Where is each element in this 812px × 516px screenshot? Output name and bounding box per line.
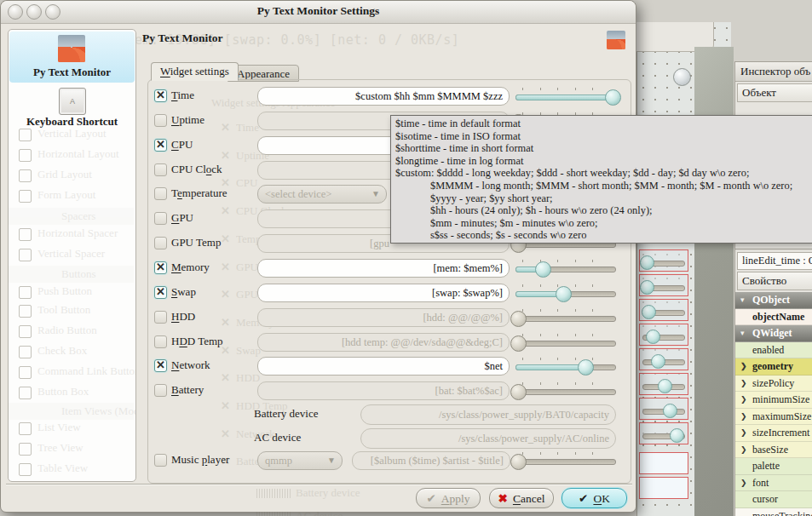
checkbox-network[interactable] — [154, 359, 167, 372]
network-input[interactable]: $net — [257, 357, 510, 376]
hdd-temp-input[interactable]: [hdd temp: @@/dev/sda@@&deg;C] — [257, 333, 510, 352]
background-slider-box — [639, 324, 688, 346]
checkbox-temperature[interactable] — [154, 187, 167, 200]
sidebar-item-py-text-monitor[interactable]: Py Text Monitor — [9, 66, 135, 79]
music-player-combo[interactable]: qmmp▼ — [257, 451, 343, 470]
ghost-widget-label: Table View — [37, 462, 88, 475]
checkbox-hdd-temp[interactable] — [154, 335, 167, 348]
property-row-enabled[interactable]: enabled — [735, 342, 812, 359]
property-row-mouseTracking[interactable]: mouseTracking — [735, 508, 812, 516]
ghost-widget-icon — [19, 443, 32, 456]
time-input[interactable]: $custom $hh $mm $MMMM $zzz — [257, 87, 510, 106]
slider-groove[interactable] — [515, 389, 616, 395]
combo-temperature[interactable]: <select device>▼ — [257, 185, 387, 204]
slider-groove[interactable] — [515, 291, 616, 297]
chevron-right-icon[interactable]: ❯ — [740, 409, 747, 426]
label-network: Network — [171, 358, 210, 372]
property-row-cursor[interactable]: cursor — [735, 491, 812, 508]
ghost-widget-label: Tree View — [37, 441, 84, 455]
cancel-button[interactable]: ✖Cancel — [489, 488, 554, 508]
chevron-right-icon[interactable]: ❯ — [740, 442, 747, 459]
music-player-input[interactable]: [$album ($time) $artist - $title] — [352, 451, 510, 470]
time-interval-slider[interactable] — [515, 87, 616, 107]
ghost-widget-label: Horizontal Layout — [37, 147, 119, 161]
settings-dialog: Py Text Monitor Settings [cpu: 19.1%] [m… — [0, 0, 636, 513]
hdd-interval-slider[interactable] — [515, 308, 616, 329]
memory-input[interactable]: [mem: $mem%] — [257, 259, 510, 278]
slider-knob[interactable] — [578, 359, 594, 376]
slider-fill — [515, 364, 586, 370]
object-column-header[interactable]: Объект — [737, 83, 812, 102]
chevron-right-icon[interactable]: ❯ — [740, 475, 747, 492]
slider-knob[interactable] — [605, 89, 621, 106]
key-icon: A — [59, 88, 86, 115]
checkbox-music-player[interactable] — [154, 454, 167, 467]
background-slider-box — [639, 373, 688, 395]
property-row-sizePolicy[interactable]: ❯sizePolicy — [735, 376, 812, 393]
chevron-right-icon[interactable]: ❯ — [740, 376, 747, 393]
checkbox-cpu[interactable] — [154, 139, 167, 152]
chevron-down-icon[interactable]: ▾ — [740, 325, 745, 342]
chevron-down-icon[interactable]: ▾ — [740, 292, 745, 309]
slider-knob[interactable] — [535, 261, 551, 278]
swap-input[interactable]: [swap: $swap%] — [257, 284, 510, 302]
property-column-header[interactable]: Свойство — [737, 272, 812, 290]
property-row-palette[interactable]: palette — [735, 458, 812, 475]
checkbox-cpu-clock[interactable] — [154, 163, 167, 176]
property-row-font[interactable]: ❯font — [735, 475, 812, 492]
property-row-minimumSize[interactable]: ❯minimumSize — [735, 392, 812, 409]
checkbox-gpu-temp[interactable] — [154, 237, 167, 249]
music-player-interval-slider[interactable] — [515, 451, 616, 472]
checkbox-uptime[interactable] — [154, 114, 167, 127]
ac-device-input[interactable]: /sys/class/power_supply/AC/online — [360, 428, 616, 449]
slider-groove[interactable] — [515, 316, 616, 322]
tab-widget-settings[interactable]: Widget settings — [151, 62, 239, 81]
slider-groove[interactable] — [515, 267, 616, 272]
apply-button[interactable]: ✔Apply — [416, 488, 481, 508]
tooltip-line: $custom: $dddd - long weekday; $ddd - sh… — [395, 167, 812, 180]
battery-interval-slider[interactable] — [515, 381, 616, 402]
chevron-right-icon[interactable]: ❯ — [740, 358, 747, 376]
slider-groove[interactable] — [515, 341, 616, 347]
property-row-baseSize[interactable]: ❯baseSize — [735, 442, 812, 459]
network-interval-slider[interactable] — [515, 357, 616, 377]
chevron-right-icon[interactable]: ❯ — [740, 425, 747, 442]
slider-groove[interactable] — [515, 95, 616, 100]
chevron-right-icon[interactable]: ❯ — [740, 392, 747, 409]
slider-groove[interactable] — [515, 459, 616, 465]
slider-knob[interactable] — [510, 311, 527, 327]
cross-icon: ✖ — [498, 492, 508, 505]
property-row-QWidget[interactable]: ▾QWidget — [735, 325, 812, 342]
ghost-widget-icon — [19, 129, 32, 141]
ghost-widget-icon — [19, 387, 32, 399]
battery-input[interactable]: [bat: $bat%$ac] — [257, 381, 510, 400]
property-row-objectName[interactable]: objectName — [735, 309, 812, 326]
property-row-maximumSize[interactable]: ❯maximumSize — [735, 409, 812, 426]
battery-device-input[interactable]: /sys/class/power_supply/BAT0/capacity — [360, 404, 616, 425]
background-slider-knob — [673, 68, 691, 86]
checkbox-battery[interactable] — [154, 384, 167, 397]
slider-knob[interactable] — [510, 335, 527, 352]
slider-knob[interactable] — [556, 286, 572, 302]
slider-knob[interactable] — [510, 384, 527, 400]
property-row-geometry[interactable]: ❯geometry — [735, 358, 812, 376]
ok-button[interactable]: ✔OK — [561, 488, 627, 508]
checkbox-hdd[interactable] — [154, 311, 167, 324]
swap-interval-slider[interactable] — [515, 284, 616, 304]
dialog-sidebar: Py Text Monitor A Keyboard Shortcut Vert… — [8, 29, 136, 482]
memory-interval-slider[interactable] — [515, 259, 616, 279]
checkbox-memory[interactable] — [154, 261, 167, 274]
slider-groove[interactable] — [515, 364, 616, 370]
checkbox-time[interactable] — [154, 89, 167, 102]
checkbox-gpu[interactable] — [154, 212, 167, 225]
hdd-input[interactable]: [hdd: @@/@@%] — [257, 308, 510, 327]
slider-knob[interactable] — [510, 454, 527, 470]
property-row-QObject[interactable]: ▾QObject — [735, 292, 812, 309]
checkbox-swap[interactable] — [154, 286, 167, 299]
ghost-widget-label: Command Link Button — [37, 364, 136, 378]
hdd-temp-interval-slider[interactable] — [515, 333, 616, 353]
label-music-player: Music player — [171, 453, 229, 467]
property-row-sizeIncrement[interactable]: ❯sizeIncrement — [735, 425, 812, 442]
label-time: Time — [171, 89, 194, 102]
dialog-titlebar[interactable]: Py Text Monitor Settings — [1, 1, 636, 24]
